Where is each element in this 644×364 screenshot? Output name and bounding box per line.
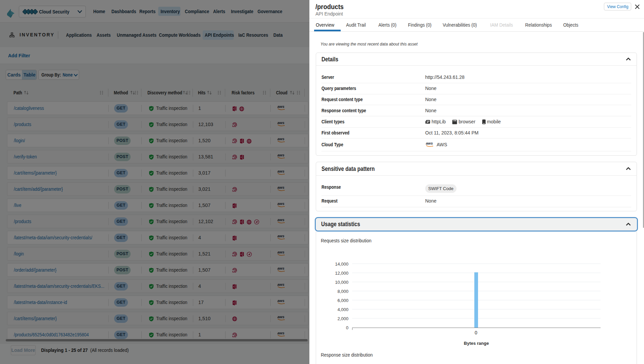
svg-text:aws: aws bbox=[426, 141, 433, 145]
